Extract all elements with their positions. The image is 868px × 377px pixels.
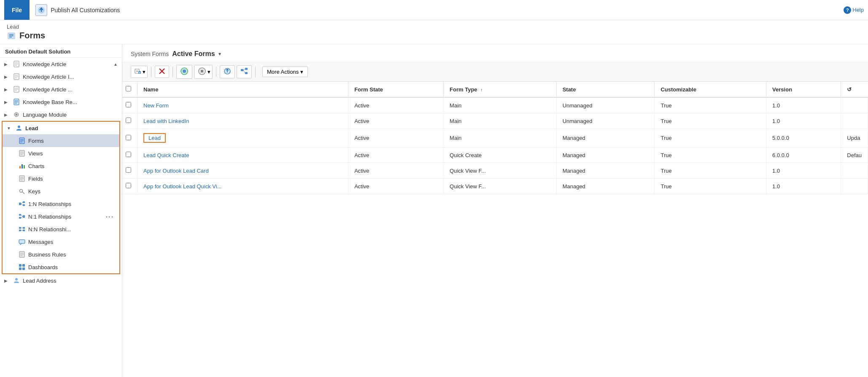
lead-icon [15,124,23,132]
messages-icon [18,238,26,246]
active-forms-dropdown-icon[interactable]: ▾ [218,51,221,57]
deactivate-button[interactable]: ▾ [194,65,213,79]
more-actions-button[interactable]: More Actions ▾ [262,67,308,77]
sidebar-item-lead-1n[interactable]: 1:N Relationships [3,198,119,210]
expand-icon: ▼ [7,126,13,131]
table-row: App for Outlook Lead Card Active Quick V… [122,163,868,179]
sidebar-item-lead-business-rules[interactable]: Business Rules [3,248,119,261]
row-form-type-cell: Quick Create [444,147,557,163]
top-bar-title: Publish All Customizations [35,4,120,16]
table-row: App for Outlook Lead Quick Vi... Active … [122,179,868,194]
svg-rect-82 [245,68,248,70]
delete-button[interactable] [155,66,169,78]
row-checkbox-cell [122,113,137,129]
row-checkbox[interactable] [126,118,131,123]
help-icon: ? [844,6,851,14]
toolbar-separator-4 [255,67,256,77]
row-checkbox[interactable] [126,183,131,188]
sidebar-item-lead-dashboards[interactable]: Dashboards [3,261,119,273]
th-state[interactable]: State [556,82,655,97]
th-state-label: State [563,86,576,93]
row-form-state-cell: Active [348,179,444,194]
help-link[interactable]: ? Help [844,6,864,14]
svg-point-66 [15,278,18,281]
svg-rect-33 [22,164,23,168]
sidebar-item-lead-address[interactable]: ▶ Lead Address [0,274,122,287]
form-link-lead-quick-create[interactable]: Lead Quick Create [143,152,189,158]
show-dependencies-button[interactable] [237,65,252,78]
row-checkbox[interactable] [126,167,131,173]
entity-forms-row: Forms [7,31,861,40]
row-state-cell: Managed [556,163,655,179]
sidebar-item-label: Forms [28,138,116,144]
row-form-type-cell: Quick View F... [444,179,557,194]
row-state-cell: Managed [556,147,655,163]
sidebar-item-lead-keys[interactable]: Keys [3,185,119,198]
active-forms-label: Active Forms [172,50,215,58]
sidebar-item-knowledge-article-1[interactable]: ▶ Knowledge Article ▲ [0,58,122,70]
th-form-type-label: Form Type [450,86,477,93]
context-menu-dots[interactable]: ⋮ [103,213,116,220]
th-form-state[interactable]: Form State [348,82,444,97]
publish-button[interactable] [220,65,235,78]
svg-rect-41 [19,203,21,205]
form-link-lead[interactable]: Lead [143,133,166,143]
form-link-outlook-lead-card[interactable]: App for Outlook Lead Card [143,168,209,174]
sidebar-item-knowledge-article-2[interactable]: ▶ Knowledge Article I... [0,70,122,83]
row-extra-cell: Defau [841,147,868,163]
row-customizable-cell: True [655,113,766,129]
sidebar-item-lead-charts[interactable]: Charts [3,160,119,172]
th-form-type[interactable]: Form Type ↑ [444,82,557,97]
sidebar-item-language-module[interactable]: ▶ Language Module [0,108,122,121]
sidebar-item-lead-forms[interactable]: Forms [3,134,119,147]
sort-asc-icon: ↑ [480,88,483,92]
sidebar-item-lead-messages[interactable]: Messages [3,235,119,248]
sidebar-item-label: N:1 Relationships [28,214,101,220]
svg-rect-54 [23,230,25,231]
refresh-icon[interactable]: ↺ [847,86,852,93]
row-checkbox[interactable] [126,135,131,140]
sidebar-item-lead-nn[interactable]: N:N Relationshi... [3,223,119,235]
entity-name: Lead [7,24,861,30]
sidebar-item-lead-n1[interactable]: N:1 Relationships ⋮ [3,210,119,223]
sidebar-item-label: Keys [28,188,116,195]
form-link-new-form[interactable]: New Form [143,102,169,109]
expand-icon: ▶ [4,100,10,104]
row-checkbox[interactable] [126,102,131,107]
new-button[interactable]: ▾ [131,66,148,78]
th-customizable[interactable]: Customizable [655,82,766,97]
form-link-outlook-lead-quick[interactable]: App for Outlook Lead Quick Vi... [143,183,221,190]
th-name[interactable]: Name [137,82,348,97]
sidebar-item-lead[interactable]: ▼ Lead [3,122,119,134]
publish-btn-icon [224,67,231,76]
form-link-lead-linkedin[interactable]: Lead with LinkedIn [143,118,189,124]
toolbar-separator-2 [173,67,173,77]
table-row: New Form Active Main Unmanaged True 1.0 [122,97,868,113]
row-checkbox[interactable] [126,152,131,157]
book-icon [12,98,21,106]
th-version[interactable]: Version [766,82,841,97]
publish-label: Publish All Customizations [51,7,120,13]
sidebar-item-knowledge-base[interactable]: ▶ Knowledge Base Re... [0,96,122,108]
svg-rect-65 [22,267,25,270]
sidebar-item-label: Language Module [23,112,119,118]
row-extra-cell: Upda [841,129,868,147]
activate-button[interactable] [176,65,192,79]
row-form-state-cell: Active [348,129,444,147]
system-forms-label: System Forms [131,51,169,57]
file-button[interactable]: File [4,0,30,20]
row-form-state-cell: Active [348,147,444,163]
svg-rect-47 [19,217,21,219]
sidebar-item-lead-views[interactable]: Views [3,147,119,160]
expand-icon: ▶ [4,278,10,283]
activate-icon [180,67,189,77]
sidebar-item-knowledge-article-3[interactable]: ▶ Knowledge Article ... [0,83,122,96]
forms-table-container: Name Form State Form Type ↑ State [122,82,868,377]
select-all-checkbox[interactable] [126,86,131,91]
th-name-label: Name [143,86,158,93]
th-refresh[interactable]: ↺ [841,82,868,97]
scroll-up-icon[interactable]: ▲ [113,62,119,67]
sidebar-item-label: Knowledge Article [23,61,111,67]
table-header-row: Name Form State Form Type ↑ State [122,82,868,97]
sidebar-item-lead-fields[interactable]: Fields [3,172,119,185]
